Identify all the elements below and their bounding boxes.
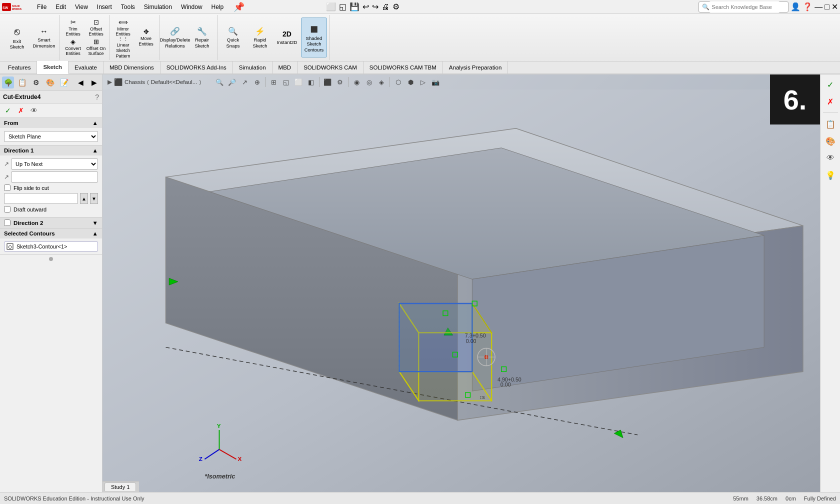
rapid-sketch-button[interactable]: ⚡ RapidSketch (247, 18, 273, 58)
vp-view2[interactable]: ◱ (280, 76, 292, 88)
dir2-section-header[interactable]: Direction 2 ▼ (0, 218, 102, 228)
linear-pattern-button[interactable]: ⋮⋮ Linear SketchPattern (112, 38, 134, 57)
menu-insert[interactable]: Insert (93, 2, 116, 12)
repair-sketch-button[interactable]: 🔧 RepairSketch (189, 18, 215, 58)
draft-input[interactable] (4, 193, 78, 204)
rs-cancel-btn[interactable]: ✗ (822, 94, 838, 110)
vp-rotate-icon[interactable]: ⊕ (252, 76, 262, 88)
vp-view1[interactable]: ⊞ (268, 76, 279, 88)
model-icon: ⬛ (114, 78, 122, 86)
vp-zoomarea-icon[interactable]: ↗ (239, 76, 250, 88)
viewport[interactable]: 6. ▶ ⬛ Chassis ( Default<<Defaul... ) 🔍 … (102, 74, 820, 492)
vp-zoomfit-icon[interactable]: 🔎 (226, 76, 238, 88)
offset-entities-button[interactable]: ⊡ OffsetEntities (85, 18, 107, 38)
window-close[interactable]: ✕ (832, 2, 838, 12)
quick-snaps-button[interactable]: 🔍 QuickSnaps (220, 18, 246, 58)
panel-arrow-left[interactable]: ◀ (74, 76, 86, 88)
vp-hide3[interactable]: ◈ (376, 76, 387, 88)
tab-analysis[interactable]: Analysis Preparation (443, 61, 508, 74)
vp-hide1[interactable]: ◉ (351, 76, 362, 88)
instant2d-button[interactable]: 2D Instant2D (274, 18, 300, 58)
tab-sketch[interactable]: Sketch (37, 61, 68, 74)
study1-tab[interactable]: Study 1 (104, 482, 136, 491)
dir1-arrow-icon: ↗ (4, 160, 9, 168)
window-minimize[interactable]: — (814, 2, 822, 12)
dir1-value-input[interactable] (11, 172, 98, 182)
rs-light-btn[interactable]: 💡 (822, 167, 838, 183)
spinner-down[interactable]: ▼ (90, 193, 98, 204)
spinner-up[interactable]: ▲ (80, 193, 88, 204)
search-input[interactable] (710, 2, 780, 12)
tab-addins[interactable]: SOLIDWORKS Add-Ins (160, 61, 233, 74)
move-entities-button[interactable]: ✥ MoveEntities (135, 28, 157, 47)
help-icon[interactable]: ❓ (802, 2, 812, 12)
contour-icon: ◇ (6, 243, 14, 250)
preview-button[interactable]: 👁 (29, 106, 39, 116)
cancel-button[interactable]: ✗ (16, 106, 26, 116)
tab-simulation[interactable]: Simulation (233, 61, 272, 74)
trim-entities-button[interactable]: ✂ TrimEntities (62, 18, 84, 38)
vp-hide2[interactable]: ◎ (364, 76, 374, 88)
window-maximize[interactable]: □ (824, 2, 830, 12)
dir1-section-header[interactable]: Direction 1 ▲ (0, 146, 102, 156)
tab-mbd-dimensions[interactable]: MBD Dimensions (104, 61, 160, 74)
shaded-sketch-button[interactable]: ◼ ShadedSketchContours (301, 18, 327, 58)
contour-item[interactable]: ◇ Sketch3-Contour<1> (4, 242, 98, 252)
dir1-type-select[interactable]: Up To Next Blind Through All (11, 158, 98, 170)
menu-window[interactable]: Window (177, 2, 206, 12)
vp-zoom-icon[interactable]: 🔍 (214, 76, 225, 88)
tab-cam[interactable]: SOLIDWORKS CAM (298, 61, 364, 74)
contours-header[interactable]: Selected Contours ▲ (0, 228, 102, 238)
vp-section2[interactable]: ⬢ (405, 76, 416, 88)
menu-view[interactable]: View (71, 2, 92, 12)
exit-sketch-button[interactable]: ⎋ ExitSketch (4, 18, 30, 58)
user-icon[interactable]: 👤 (790, 2, 800, 12)
vp-view3[interactable]: ⬜ (293, 76, 304, 88)
rs-appearance-btn[interactable]: 🎨 (822, 133, 838, 149)
menu-edit[interactable]: Edit (52, 2, 70, 12)
convert-icon: ◈ (70, 38, 76, 46)
dir2-checkbox[interactable] (4, 220, 10, 226)
from-section-header[interactable]: From ▲ (0, 118, 102, 128)
pin-icon[interactable]: 📌 (234, 2, 244, 12)
menu-simulation[interactable]: Simulation (140, 2, 176, 12)
breadcrumb-config[interactable]: Default<<Defaul... (151, 79, 198, 85)
menu-tools[interactable]: Tools (117, 2, 139, 12)
display-delete-button[interactable]: 🔗 Display/DeleteRelations (162, 18, 188, 58)
tab-features[interactable]: Features (2, 61, 37, 74)
convert-label: ConvertEntities (65, 46, 81, 57)
rs-clipboard-btn[interactable]: 📋 (822, 116, 838, 132)
menu-help[interactable]: Help (208, 2, 228, 12)
rs-view-btn[interactable]: 👁 (822, 150, 838, 166)
tab-evaluate[interactable]: Evaluate (68, 61, 104, 74)
vp-camera[interactable]: 📷 (430, 76, 441, 88)
vp-section3[interactable]: ▷ (418, 76, 428, 88)
flip-checkbox[interactable] (4, 184, 10, 191)
tab-cam-tbm[interactable]: SOLIDWORKS CAM TBM (364, 61, 443, 74)
convert-entities-button[interactable]: ◈ ConvertEntities (62, 38, 84, 57)
panel-icon-config[interactable]: ⚙ (30, 76, 42, 88)
breadcrumb-chassis[interactable]: Chassis (124, 79, 145, 85)
vp-display1[interactable]: ⬛ (322, 76, 333, 88)
menu-file[interactable]: File (33, 2, 50, 12)
smart-dimension-button[interactable]: ↔ SmartDimension (31, 18, 57, 58)
feature-help-icon[interactable]: ? (95, 93, 99, 101)
draft-checkbox[interactable] (4, 206, 10, 212)
panel-icon-properties[interactable]: 📋 (16, 76, 28, 88)
status-edition-text: SOLIDWORKS Education Edition - Instructi… (4, 496, 144, 502)
offset-surface-button[interactable]: ⊞ Offset OnSurface (85, 38, 107, 57)
tab-mbd[interactable]: MBD (272, 61, 298, 74)
panel-icon-featuretree[interactable]: 🌳 (2, 76, 14, 88)
panel-arrow-right[interactable]: ▶ (88, 76, 100, 88)
confirm-button[interactable]: ✓ (3, 106, 13, 116)
main-content: 🌳 📋 ⚙ 🎨 📝 ◀ ▶ Cut-Extrude4 ? ✓ ✗ 👁 From (0, 74, 840, 492)
vp-section1[interactable]: ⬡ (392, 76, 404, 88)
panel-icon-custom[interactable]: 📝 (58, 76, 70, 88)
mirror-button[interactable]: ⟺ MirrorEntities (112, 18, 134, 38)
from-select[interactable]: Sketch Plane Surface/Face/Plane Vertex O… (4, 131, 98, 142)
vp-view4[interactable]: ◧ (306, 76, 316, 88)
panel-icon-appearance[interactable]: 🎨 (44, 76, 56, 88)
search-box[interactable]: 🔍 (698, 2, 788, 12)
vp-display2[interactable]: ⚙ (334, 76, 346, 88)
rs-confirm-btn[interactable]: ✓ (822, 76, 838, 92)
